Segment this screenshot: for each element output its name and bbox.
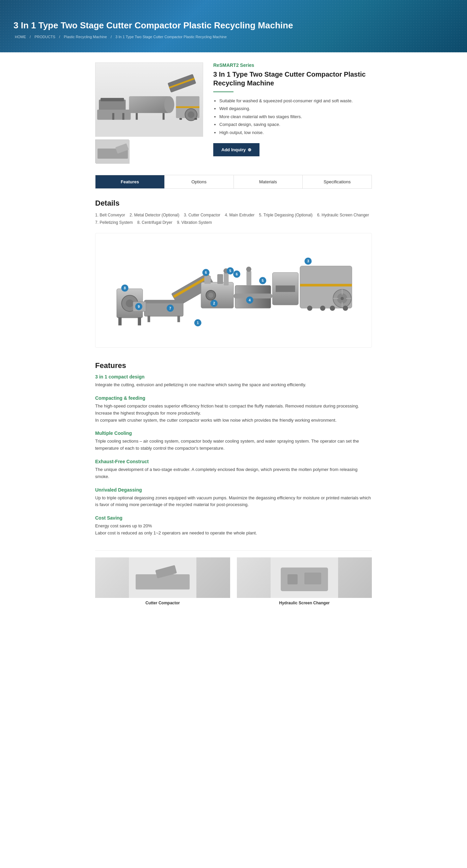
related-section: Cutter Compactor Hydraulic Screen Change… xyxy=(95,550,372,605)
svg-rect-60 xyxy=(246,271,251,286)
main-content: ReSMART2 Series 3 In 1 Type Two Stage Cu… xyxy=(88,52,379,615)
plus-icon: ⊕ xyxy=(248,147,251,152)
feature-heading-6: Cost Saving xyxy=(95,515,372,521)
feature-text-5: Up to triple optional degassing zones eq… xyxy=(95,495,372,509)
svg-point-50 xyxy=(126,299,134,307)
product-feature-list: Suitable for washed & squeezed post-cons… xyxy=(213,97,372,136)
svg-text:7: 7 xyxy=(169,306,171,310)
diagram-svg: 1 2 3 4 5 5 6 6 xyxy=(102,240,365,341)
svg-point-45 xyxy=(320,306,325,311)
features-section: Features 3 in 1 compact design Integrate… xyxy=(95,361,372,537)
feature-text-3: Triple cooling sections – air cooling sy… xyxy=(95,438,372,452)
svg-rect-54 xyxy=(144,300,183,304)
svg-rect-17 xyxy=(179,118,182,120)
part-6: 6. Hydraulic Screen Changer xyxy=(317,213,369,217)
tab-materials[interactable]: Materials xyxy=(234,175,303,188)
related-image-2 xyxy=(237,557,372,598)
breadcrumb-category[interactable]: Plastic Recycling Machine xyxy=(64,35,107,39)
machine-diagram: 1 2 3 4 5 5 6 6 xyxy=(95,233,372,348)
svg-rect-1 xyxy=(95,120,203,137)
part-5: 5. Triple Degassing (Optional) xyxy=(259,213,313,217)
feature-heading-5: Unrivaled Degassing xyxy=(95,487,372,493)
related-card-2[interactable]: Hydraulic Screen Changer xyxy=(237,557,372,605)
feature-1: Suitable for washed & squeezed post-cons… xyxy=(219,97,372,105)
product-section: ReSMART2 Series 3 In 1 Type Two Stage Cu… xyxy=(95,62,372,165)
part-1: 1. Belt Conveyor xyxy=(95,213,125,217)
svg-text:6: 6 xyxy=(236,272,238,276)
product-images xyxy=(95,62,203,165)
feature-heading-2: Compacting & feeding xyxy=(95,395,372,401)
product-title: 3 In 1 Type Two Stage Cutter Compactor P… xyxy=(213,70,372,87)
feature-text-4: The unique development of a two-stage ex… xyxy=(95,466,372,480)
svg-rect-16 xyxy=(163,113,165,120)
svg-text:6: 6 xyxy=(205,270,207,274)
tab-features[interactable]: Features xyxy=(95,175,165,188)
related-grid: Cutter Compactor Hydraulic Screen Change… xyxy=(95,557,372,605)
feature-item-5: Unrivaled Degassing Up to triple optiona… xyxy=(95,487,372,509)
hero-title: 3 In 1 Type Two Stage Cutter Compactor P… xyxy=(13,20,454,31)
feature-5: High output, low noise. xyxy=(219,129,372,136)
svg-rect-28 xyxy=(217,274,223,284)
related-image-1 xyxy=(95,557,230,598)
tab-bar: Features Options Materials Specification… xyxy=(95,175,372,189)
series-label: ReSMART2 Series xyxy=(213,62,372,68)
svg-rect-56 xyxy=(177,316,180,322)
part-4: 4. Main Extruder xyxy=(225,213,254,217)
details-title: Details xyxy=(95,199,372,208)
parts-list: 1. Belt Conveyor 2. Metal Detector (Opti… xyxy=(95,212,372,226)
svg-rect-58 xyxy=(224,272,228,285)
svg-rect-32 xyxy=(234,294,272,298)
part-3: 3. Cutter Compactor xyxy=(184,213,220,217)
svg-rect-3 xyxy=(101,98,124,101)
breadcrumb-products[interactable]: PRODUCTS xyxy=(34,35,55,39)
feature-text-6: Energy cost saves up to 20% Labor cost i… xyxy=(95,523,372,537)
feature-item-2: Compacting & feeding The high-speed comp… xyxy=(95,395,372,424)
part-2: 2. Metal Detector (Optional) xyxy=(130,213,179,217)
feature-text-2: The high-speed compactor creates superio… xyxy=(95,403,372,424)
feature-2: Well degassing. xyxy=(219,105,372,112)
svg-point-47 xyxy=(343,306,348,311)
breadcrumb: HOME / PRODUCTS / Plastic Recycling Mach… xyxy=(13,35,454,39)
details-section: Details 1. Belt Conveyor 2. Metal Detect… xyxy=(95,199,372,348)
inquiry-button-label: Add Inquiry xyxy=(221,147,246,152)
svg-rect-51 xyxy=(118,317,122,325)
svg-rect-11 xyxy=(176,106,200,108)
svg-rect-90 xyxy=(304,573,321,584)
tab-specifications[interactable]: Specifications xyxy=(303,175,372,188)
feature-item-1: 3 in 1 compact design Integrate the cutt… xyxy=(95,374,372,389)
tab-options[interactable]: Options xyxy=(165,175,234,188)
feature-text-1: Integrate the cutting, extrusion and pel… xyxy=(95,382,372,389)
breadcrumb-current: 3 In 1 Type Two Stage Cutter Compactor P… xyxy=(115,35,227,39)
related-label-1: Cutter Compactor xyxy=(95,601,230,605)
svg-text:4: 4 xyxy=(249,298,251,302)
svg-point-44 xyxy=(307,306,312,311)
feature-heading-3: Multiple Cooling xyxy=(95,430,372,436)
feature-item-6: Cost Saving Energy cost saves up to 20% … xyxy=(95,515,372,537)
inquiry-button[interactable]: Add Inquiry ⊕ xyxy=(213,143,259,156)
svg-rect-4 xyxy=(129,96,169,113)
product-divider xyxy=(213,91,234,92)
svg-rect-18 xyxy=(194,118,197,120)
svg-rect-36 xyxy=(300,284,352,287)
hero-section: 3 In 1 Type Two Stage Cutter Compactor P… xyxy=(0,0,467,52)
svg-rect-13 xyxy=(112,113,114,120)
related-label-2: Hydraulic Screen Changer xyxy=(237,601,372,605)
feature-heading-1: 3 in 1 compact design xyxy=(95,374,372,379)
part-8: 8. Centrifugal Dryer xyxy=(137,220,172,225)
svg-point-39 xyxy=(340,297,344,300)
svg-text:8: 8 xyxy=(124,286,126,290)
svg-text:5: 5 xyxy=(262,279,264,283)
svg-rect-55 xyxy=(147,316,150,322)
part-7: 7. Pelletizing System xyxy=(95,220,133,225)
svg-point-5 xyxy=(164,96,174,113)
main-product-image[interactable] xyxy=(95,62,203,137)
svg-rect-89 xyxy=(287,574,298,584)
svg-rect-52 xyxy=(138,317,141,325)
related-card-1[interactable]: Cutter Compactor xyxy=(95,557,230,605)
svg-text:2: 2 xyxy=(213,301,215,305)
features-title: Features xyxy=(95,361,372,370)
svg-rect-15 xyxy=(136,113,138,120)
thumbnail-image[interactable] xyxy=(95,139,129,163)
svg-point-10 xyxy=(188,111,194,118)
breadcrumb-home[interactable]: HOME xyxy=(15,35,26,39)
